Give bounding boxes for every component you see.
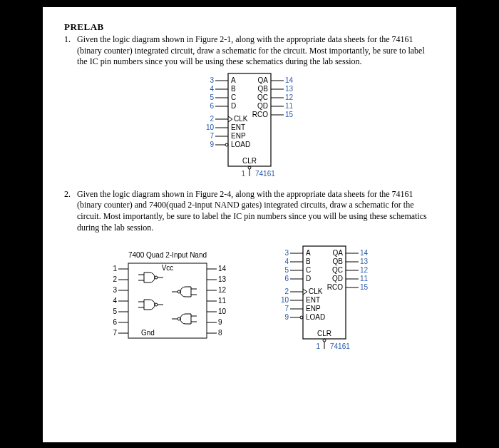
svg-point-82	[155, 303, 158, 306]
svg-point-78	[155, 276, 158, 279]
question-2: 2. Given the logic diagram shown in Figu…	[64, 189, 435, 233]
svg-text:RCO: RCO	[327, 283, 343, 291]
prelab-title: PRELAB	[64, 21, 435, 33]
svg-text:D: D	[306, 275, 311, 282]
svg-point-42	[248, 166, 251, 169]
svg-text:15: 15	[285, 111, 294, 118]
svg-text:14: 14	[218, 265, 227, 273]
svg-text:9: 9	[218, 318, 222, 326]
svg-text:3: 3	[284, 249, 289, 257]
svg-text:QD: QD	[332, 275, 343, 282]
svg-text:10: 10	[281, 296, 289, 304]
svg-text:11: 11	[218, 297, 227, 305]
svg-text:Gnd: Gnd	[141, 329, 155, 337]
svg-point-136	[323, 339, 326, 342]
svg-text:QA: QA	[258, 76, 269, 84]
svg-text:6: 6	[210, 102, 214, 110]
svg-text:14: 14	[360, 249, 369, 257]
q1-text: Given the logic diagram shown in Figure …	[77, 34, 435, 68]
svg-text:74161: 74161	[330, 342, 350, 350]
svg-text:7400 Quad 2-Input Nand: 7400 Quad 2-Input Nand	[128, 251, 207, 259]
svg-text:C: C	[306, 266, 311, 274]
svg-text:LOAD: LOAD	[231, 141, 250, 148]
question-1: 1. Given the logic diagram shown in Figu…	[64, 34, 435, 68]
svg-point-38	[225, 143, 228, 146]
svg-text:1: 1	[113, 265, 117, 273]
svg-text:B: B	[306, 258, 311, 265]
svg-text:LOAD: LOAD	[306, 313, 325, 321]
svg-text:7: 7	[284, 305, 289, 312]
svg-text:2: 2	[113, 275, 117, 283]
svg-text:QD: QD	[257, 102, 268, 110]
svg-text:1: 1	[316, 342, 320, 350]
svg-text:3: 3	[210, 76, 214, 84]
svg-text:4: 4	[210, 85, 214, 93]
svg-text:C: C	[231, 93, 236, 101]
ic-7400-diagram: 7400 Quad 2-Input Nand123456714131211109…	[103, 248, 232, 347]
svg-text:QC: QC	[332, 266, 343, 274]
svg-text:2: 2	[284, 287, 289, 295]
svg-text:QC: QC	[257, 93, 268, 101]
figure-2-1: 3A4B5C6D14QA13QB12QC11QD15RCOCLK2ENT10EN…	[178, 68, 321, 182]
svg-text:74161: 74161	[255, 170, 275, 178]
svg-text:13: 13	[218, 275, 227, 283]
svg-text:6: 6	[113, 318, 117, 326]
svg-text:B: B	[231, 85, 236, 93]
svg-text:D: D	[231, 102, 236, 110]
svg-text:Vcc: Vcc	[162, 264, 174, 272]
svg-point-132	[300, 316, 303, 319]
svg-text:A: A	[306, 249, 311, 257]
svg-text:12: 12	[360, 266, 369, 274]
q1-text-span: Given the logic diagram shown in Figure …	[77, 34, 425, 66]
svg-text:13: 13	[285, 85, 294, 93]
svg-text:CLK: CLK	[309, 287, 323, 295]
svg-text:CLR: CLR	[317, 330, 331, 337]
svg-text:5: 5	[210, 93, 214, 101]
svg-text:ENT: ENT	[306, 296, 320, 304]
svg-text:7: 7	[113, 329, 117, 337]
q2-text: Given the logic diagram shown in Figure …	[77, 189, 435, 233]
q2-text-span: Given the logic diagram shown in Figure …	[77, 189, 427, 233]
svg-text:4: 4	[113, 297, 117, 305]
svg-text:7: 7	[210, 132, 214, 140]
svg-text:QB: QB	[333, 258, 344, 265]
svg-text:9: 9	[210, 141, 214, 148]
svg-text:ENT: ENT	[231, 123, 245, 131]
figure-2-4-74161: 3A4B5C6D14QA13QB12QC11QD15RCOCLK2ENT10EN…	[253, 240, 396, 355]
svg-text:QB: QB	[258, 85, 269, 93]
svg-text:13: 13	[360, 258, 369, 265]
svg-text:ENP: ENP	[231, 132, 246, 140]
svg-text:15: 15	[360, 283, 369, 291]
svg-point-90	[178, 317, 180, 320]
q2-number: 2.	[64, 189, 77, 233]
svg-text:CLK: CLK	[234, 115, 248, 123]
svg-text:8: 8	[218, 329, 222, 337]
svg-text:11: 11	[285, 102, 294, 110]
svg-text:3: 3	[113, 286, 117, 294]
svg-text:10: 10	[218, 307, 227, 315]
svg-text:9: 9	[284, 313, 289, 321]
svg-text:A: A	[231, 76, 236, 84]
page: PRELAB 1. Given the logic diagram shown …	[43, 7, 456, 442]
svg-text:6: 6	[284, 275, 289, 282]
svg-text:QA: QA	[333, 249, 344, 257]
svg-text:14: 14	[285, 76, 294, 84]
svg-text:ENP: ENP	[306, 305, 321, 312]
svg-text:10: 10	[206, 123, 215, 131]
svg-text:2: 2	[210, 115, 214, 123]
svg-text:1: 1	[241, 170, 245, 178]
svg-text:12: 12	[285, 93, 294, 101]
svg-text:5: 5	[284, 266, 289, 274]
svg-text:4: 4	[284, 258, 289, 265]
svg-text:12: 12	[218, 286, 227, 294]
svg-text:5: 5	[113, 307, 117, 315]
q1-number: 1.	[64, 34, 77, 68]
svg-text:11: 11	[360, 275, 369, 282]
svg-point-86	[178, 290, 180, 293]
svg-text:RCO: RCO	[252, 111, 268, 118]
svg-text:CLR: CLR	[242, 157, 257, 165]
